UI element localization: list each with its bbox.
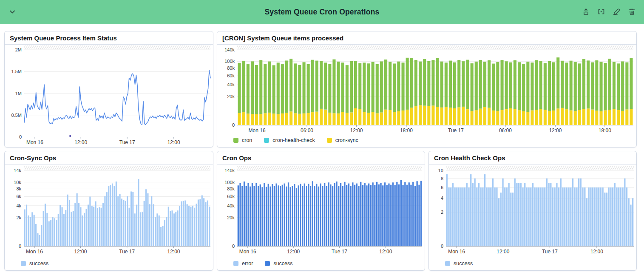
embed-button[interactable]: [596, 6, 607, 17]
legend-item-error[interactable]: error: [233, 261, 253, 266]
svg-text:8: 8: [441, 176, 443, 181]
svg-text:12:00: 12:00: [167, 139, 180, 145]
svg-text:06:00: 06:00: [301, 128, 313, 133]
svg-text:Mon 16: Mon 16: [26, 139, 43, 145]
chevron-down-icon: [9, 8, 16, 16]
svg-text:8k: 8k: [16, 186, 21, 191]
svg-text:12:00: 12:00: [496, 249, 509, 255]
svg-text:12:00: 12:00: [74, 139, 87, 145]
panel-title: Cron Ops: [217, 151, 425, 164]
panel-title: [CRON] System Queue items processed: [217, 31, 636, 45]
legend-label: success: [29, 261, 48, 266]
svg-text:2k: 2k: [16, 215, 21, 220]
svg-text:Tue 17: Tue 17: [119, 139, 135, 145]
svg-text:Tue 17: Tue 17: [542, 249, 558, 255]
svg-text:10k: 10k: [14, 180, 21, 185]
panel-cron-sync-ops: Cron-Sync Ops 02k4k6k8k10k14kMon 1612:00…: [4, 151, 213, 271]
panel-cron-ops: Cron Ops 020k40k60k80k100k140kMon 1612:0…: [217, 151, 425, 271]
legend: error success: [217, 259, 425, 270]
svg-text:20k: 20k: [227, 215, 235, 220]
svg-text:40k: 40k: [227, 203, 235, 208]
delete-button[interactable]: [626, 6, 637, 17]
items-processed-chart[interactable]: 020k40k60k80k100k140kMon 1606:0012:0018:…: [217, 45, 636, 136]
embed-icon: [597, 8, 605, 16]
svg-text:Mon 16: Mon 16: [26, 249, 43, 255]
svg-text:Tue 17: Tue 17: [119, 249, 135, 255]
svg-text:12:00: 12:00: [167, 249, 180, 255]
dashboard-row-1: System Queue Process Item Status 00.5M1M…: [4, 31, 637, 147]
legend-item-success[interactable]: success: [445, 261, 473, 266]
legend-item-success[interactable]: success: [265, 261, 292, 266]
legend-swatch: [265, 261, 270, 266]
collapse-button[interactable]: [7, 6, 18, 17]
legend-swatch: [327, 138, 332, 143]
svg-text:12:00: 12:00: [350, 128, 363, 133]
legend-item-success[interactable]: success: [21, 261, 48, 266]
trash-icon: [628, 8, 636, 16]
svg-text:1M: 1M: [15, 91, 22, 96]
dashboard-header: System Queue Cron Operations: [0, 0, 644, 24]
svg-text:Mon 16: Mon 16: [249, 128, 266, 133]
svg-text:12:00: 12:00: [549, 128, 562, 133]
svg-text:6: 6: [441, 185, 443, 190]
svg-text:12:00: 12:00: [379, 249, 392, 255]
panel-title: System Queue Process Item Status: [5, 31, 213, 45]
svg-text:40k: 40k: [227, 82, 235, 87]
svg-text:80k: 80k: [227, 186, 235, 191]
svg-text:6k: 6k: [16, 194, 21, 199]
process-item-status-chart[interactable]: 00.5M1M1.5M2MMon 1612:00Tue 1712:00: [5, 45, 213, 147]
panel-items-processed: [CRON] System Queue items processed 020k…: [217, 31, 637, 147]
cron-sync-ops-chart[interactable]: 02k4k6k8k10k14kMon 1612:00Tue 1712:00: [5, 164, 213, 259]
svg-text:0: 0: [232, 122, 235, 128]
legend-item-cron-health-check[interactable]: cron-health-check: [264, 137, 315, 143]
panel-title: Cron Health Check Ops: [429, 151, 636, 164]
legend-swatch: [264, 138, 269, 143]
legend-swatch: [445, 261, 450, 266]
header-actions: [580, 6, 637, 17]
svg-text:20k: 20k: [227, 94, 235, 99]
legend: cron cron-health-check cron-sync: [217, 136, 636, 147]
legend-label: cron: [242, 137, 252, 143]
svg-text:0: 0: [441, 244, 443, 249]
svg-text:06:00: 06:00: [499, 128, 512, 133]
cron-health-check-ops-chart[interactable]: 0246810Mon 1612:00Tue 1712:00: [429, 164, 636, 259]
svg-text:140k: 140k: [224, 47, 235, 52]
legend-label: cron-health-check: [272, 137, 315, 143]
edit-button[interactable]: [611, 6, 622, 17]
legend-label: error: [242, 261, 253, 266]
dashboard-title: System Queue Cron Operations: [264, 8, 379, 17]
svg-text:4: 4: [441, 196, 443, 201]
svg-text:4k: 4k: [16, 203, 21, 208]
legend-label: success: [273, 261, 292, 266]
svg-text:0: 0: [232, 244, 235, 249]
cron-ops-chart[interactable]: 020k40k60k80k100k140kMon 1612:00Tue 1712…: [217, 164, 425, 259]
svg-text:0: 0: [19, 244, 21, 249]
svg-text:100k: 100k: [224, 59, 235, 64]
legend-label: success: [454, 261, 473, 266]
legend: success: [5, 259, 213, 270]
svg-text:10: 10: [438, 168, 443, 173]
legend-item-cron[interactable]: cron: [233, 137, 252, 143]
share-button[interactable]: [580, 6, 591, 17]
svg-text:12:00: 12:00: [74, 249, 87, 255]
svg-text:Tue 17: Tue 17: [448, 128, 464, 133]
legend-swatch: [233, 261, 238, 266]
legend-swatch: [21, 261, 26, 266]
legend-swatch: [233, 138, 238, 143]
svg-text:100k: 100k: [224, 180, 235, 185]
svg-text:Tue 17: Tue 17: [332, 249, 347, 255]
svg-text:18:00: 18:00: [599, 128, 611, 133]
svg-text:80k: 80k: [227, 65, 235, 71]
share-icon: [582, 8, 590, 16]
legend: success: [429, 259, 636, 270]
svg-text:1.5M: 1.5M: [11, 69, 22, 74]
svg-text:0: 0: [19, 134, 22, 139]
svg-text:60k: 60k: [227, 73, 235, 78]
pencil-icon: [613, 8, 621, 16]
panel-process-item-status: System Queue Process Item Status 00.5M1M…: [4, 31, 213, 147]
dashboard-row-2: Cron-Sync Ops 02k4k6k8k10k14kMon 1612:00…: [4, 151, 637, 271]
legend-item-cron-sync[interactable]: cron-sync: [327, 137, 358, 143]
svg-text:12:00: 12:00: [287, 249, 300, 255]
svg-text:Mon 16: Mon 16: [448, 249, 465, 255]
panel-title: Cron-Sync Ops: [5, 151, 213, 164]
